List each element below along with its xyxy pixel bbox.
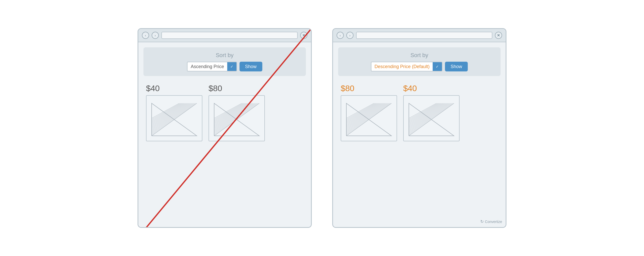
svg-line-23 bbox=[214, 103, 249, 126]
sort-select-2[interactable]: Descending Price (Default) ✓ bbox=[371, 62, 442, 71]
sort-select-value-2: Descending Price (Default) bbox=[371, 64, 433, 69]
sort-panel-2: Sort by Descending Price (Default) ✓ Sho… bbox=[338, 47, 501, 76]
show-button-1[interactable]: Show bbox=[240, 62, 262, 71]
product-item-2b: $40 bbox=[403, 84, 460, 141]
product-item-2a: $80 bbox=[341, 84, 397, 141]
close-button-2[interactable]: ✕ bbox=[495, 32, 502, 39]
svg-line-38 bbox=[346, 103, 383, 127]
back-button-2[interactable]: ‹ bbox=[337, 32, 344, 39]
svg-line-21 bbox=[214, 103, 252, 128]
show-button-2[interactable]: Show bbox=[445, 62, 468, 71]
sort-select-value-1: Ascending Price bbox=[188, 64, 227, 69]
product-price-2b: $40 bbox=[403, 84, 460, 93]
browser-content-2: Sort by Descending Price (Default) ✓ Sho… bbox=[333, 42, 506, 227]
svg-line-39 bbox=[346, 103, 381, 126]
forward-button-1[interactable]: › bbox=[152, 32, 159, 39]
product-image-2b bbox=[403, 95, 460, 141]
svg-line-53 bbox=[409, 103, 445, 127]
product-image-1a bbox=[146, 95, 202, 141]
convertize-badge: ↻ Convertize bbox=[480, 219, 502, 224]
product-price-2a: $80 bbox=[341, 84, 397, 93]
browser-content-1: Sort by Ascending Price ✓ Show $40 bbox=[138, 42, 311, 227]
convertize-label: Convertize bbox=[485, 220, 502, 224]
svg-line-25 bbox=[214, 103, 247, 123]
products-1: $40 bbox=[143, 81, 306, 144]
browser-chrome-1: ‹ › ✕ bbox=[138, 29, 311, 42]
back-button-1[interactable]: ‹ bbox=[142, 32, 149, 39]
svg-line-56 bbox=[409, 103, 441, 123]
product-image-1b bbox=[209, 95, 265, 141]
product-item-1a: $40 bbox=[146, 84, 202, 141]
sort-label-2: Sort by bbox=[410, 52, 428, 59]
browser-wrong: ‹ › ✕ Sort by Ascending Price ✓ Show $40 bbox=[138, 28, 312, 228]
svg-line-7 bbox=[152, 103, 188, 127]
product-price-1b: $80 bbox=[209, 84, 265, 93]
sort-select-arrow-1[interactable]: ✓ bbox=[227, 62, 236, 71]
svg-line-37 bbox=[346, 103, 384, 128]
products-2: $80 bbox=[338, 81, 501, 144]
browser-correct: ‹ › ✕ Sort by Descending Price (Default)… bbox=[332, 28, 506, 228]
sort-select-arrow-2[interactable]: ✓ bbox=[433, 62, 442, 71]
sort-label-1: Sort by bbox=[216, 52, 234, 59]
browser-chrome-2: ‹ › ✕ bbox=[333, 29, 506, 42]
main-container: ‹ › ✕ Sort by Ascending Price ✓ Show $40 bbox=[0, 0, 644, 256]
forward-button-2[interactable]: › bbox=[346, 32, 354, 39]
product-item-1b: $80 bbox=[209, 84, 265, 141]
sort-select-1[interactable]: Ascending Price ✓ bbox=[187, 62, 237, 71]
svg-line-10 bbox=[152, 103, 184, 123]
sort-controls-2: Descending Price (Default) ✓ Show bbox=[371, 62, 468, 71]
product-price-1a: $40 bbox=[146, 84, 202, 93]
address-bar-1[interactable] bbox=[161, 32, 298, 39]
sort-controls-1: Ascending Price ✓ Show bbox=[187, 62, 262, 71]
svg-line-52 bbox=[409, 103, 446, 128]
close-button-1[interactable]: ✕ bbox=[300, 32, 307, 39]
svg-line-41 bbox=[346, 103, 379, 123]
svg-line-22 bbox=[214, 103, 251, 127]
svg-line-6 bbox=[152, 103, 189, 128]
address-bar-2[interactable] bbox=[356, 32, 492, 39]
sort-panel-1: Sort by Ascending Price ✓ Show bbox=[143, 47, 306, 76]
product-image-2a bbox=[341, 95, 397, 141]
convertize-icon: ↻ bbox=[480, 219, 484, 224]
svg-line-54 bbox=[409, 103, 444, 126]
svg-line-8 bbox=[152, 103, 187, 126]
